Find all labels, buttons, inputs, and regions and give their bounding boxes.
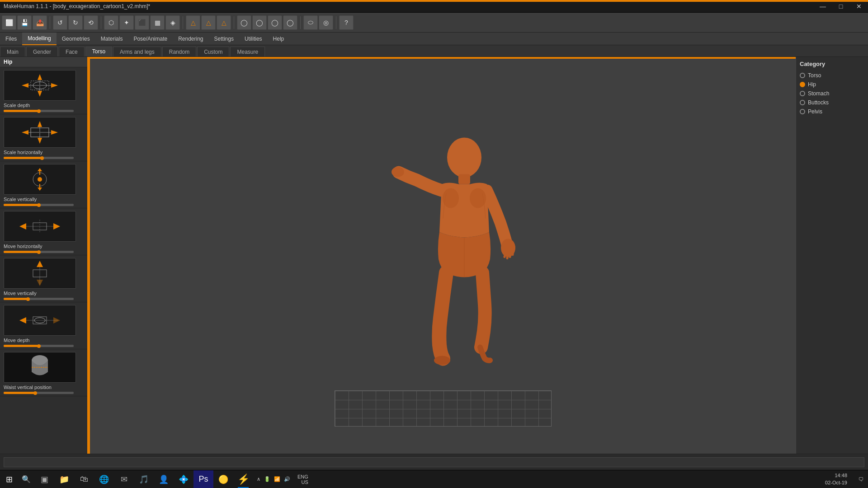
menu-utilities[interactable]: Utilities — [239, 33, 268, 45]
taskbar-spotify[interactable]: 🎵 — [134, 470, 154, 488]
icon-move-horiz — [13, 213, 67, 240]
menu-files[interactable]: Files — [0, 33, 22, 45]
modifier-move-vertically: Move vertically — [0, 255, 87, 302]
figure-container — [367, 124, 557, 387]
slider-move-vert[interactable] — [4, 298, 74, 300]
taskbar-chrome[interactable]: 🌐 — [94, 470, 114, 488]
tb-view2[interactable]: ◯ — [252, 15, 267, 30]
modifier-scale-depth: Scale depth — [0, 67, 87, 114]
sys-wifi: 📶 — [274, 476, 280, 482]
close-button[interactable]: ✕ — [850, 0, 868, 13]
status-input[interactable] — [4, 457, 864, 467]
tb-redo[interactable]: ↻ — [68, 15, 83, 30]
tb-grid[interactable]: ▦ — [150, 15, 165, 30]
tb-persp1[interactable]: △ — [186, 15, 200, 30]
slider-move-horiz[interactable] — [4, 251, 74, 253]
slider-scale-depth[interactable] — [4, 110, 74, 112]
sys-battery: 🔋 — [264, 476, 270, 482]
menu-rendering[interactable]: Rendering — [173, 33, 208, 45]
taskbar-lang: ENG US — [294, 474, 312, 485]
category-hip[interactable]: Hip — [800, 80, 864, 89]
tb-persp2[interactable]: △ — [201, 15, 216, 30]
tb-render[interactable]: ◎ — [319, 15, 333, 30]
menu-help[interactable]: Help — [268, 33, 290, 45]
modifier-label-move-horiz: Move horizontally — [4, 244, 84, 249]
toolbar-sep-4 — [234, 16, 234, 29]
modifier-label-scale-horiz: Scale horizontally — [4, 150, 84, 155]
sys-icons: ∧ — [257, 476, 260, 482]
menu-modelling[interactable]: Modelling — [22, 33, 56, 45]
tb-cam[interactable]: ⬭ — [303, 15, 318, 30]
tb-wireframe[interactable]: ⬡ — [104, 15, 118, 30]
taskbar-mail[interactable]: ✉ — [114, 470, 134, 488]
taskbar-app1[interactable]: 👤 — [154, 470, 174, 488]
tb-help[interactable]: ? — [339, 15, 354, 30]
tb-smooth[interactable]: ✦ — [119, 15, 134, 30]
radio-buttocks[interactable] — [800, 100, 805, 105]
tb-new[interactable]: ⬜ — [2, 15, 16, 30]
slider-scale-horiz[interactable] — [4, 157, 74, 159]
tb-save[interactable]: 💾 — [17, 15, 32, 30]
taskbar-clock[interactable]: 14:48 02-Oct-19 — [825, 472, 854, 486]
taskbar: ⊞ 🔍 ▣ 📁 🛍 🌐 ✉ 🎵 👤 💠 Ps 🟡 ⚡ ∧ 🔋 📶 🔊 ENG U… — [0, 470, 868, 488]
slider-scale-vert[interactable] — [4, 204, 74, 206]
tb-subdivide[interactable]: ⬛ — [135, 15, 149, 30]
tb-view3[interactable]: ◯ — [268, 15, 282, 30]
taskbar-store[interactable]: 🛍 — [74, 470, 94, 488]
label-torso: Torso — [808, 72, 821, 79]
viewport[interactable] — [90, 57, 796, 454]
notification-btn[interactable]: 🗨 — [854, 470, 868, 488]
category-buttocks[interactable]: Buttocks — [800, 98, 864, 107]
tab-torso[interactable]: Torso — [85, 47, 112, 56]
svg-marker-5 — [38, 91, 42, 97]
svg-marker-4 — [38, 74, 42, 80]
toolbar-sep-3 — [183, 16, 183, 29]
tb-view1[interactable]: ◯ — [237, 15, 251, 30]
window-title: MakeHuman 1.1.1 - [body_exxageration_car… — [0, 3, 150, 9]
search-button[interactable]: 🔍 — [18, 470, 34, 488]
modifier-label-scale-depth: Scale depth — [4, 103, 84, 108]
radio-torso[interactable] — [800, 73, 805, 78]
tab-main[interactable]: Main — [0, 47, 25, 56]
slider-waist-vert[interactable] — [4, 392, 74, 394]
label-stomach: Stomach — [808, 90, 829, 97]
taskbar-app2[interactable]: 💠 — [174, 470, 193, 488]
tb-checker[interactable]: ◈ — [165, 15, 180, 30]
category-pelvis[interactable]: Pelvis — [800, 107, 864, 116]
slider-move-depth[interactable] — [4, 345, 74, 347]
tab-random[interactable]: Random — [162, 47, 196, 56]
tab-arms-legs[interactable]: Arms and legs — [113, 47, 161, 56]
viewport-border-top — [90, 57, 796, 59]
svg-marker-3 — [51, 83, 58, 88]
menu-pose-animate[interactable]: Pose/Animate — [128, 33, 173, 45]
maximize-button[interactable]: □ — [832, 0, 850, 13]
tb-undo[interactable]: ↺ — [53, 15, 67, 30]
radio-pelvis[interactable] — [800, 109, 805, 114]
taskbar-makehuman[interactable]: ⚡ — [233, 470, 253, 488]
tb-view4[interactable]: ◯ — [283, 15, 297, 30]
radio-hip[interactable] — [800, 82, 805, 87]
taskbar-photoshop[interactable]: Ps — [193, 470, 213, 488]
menu-geometries[interactable]: Geometries — [57, 33, 95, 45]
taskbar-files[interactable]: 📁 — [54, 470, 74, 488]
svg-marker-19 — [38, 168, 42, 171]
menu-settings[interactable]: Settings — [209, 33, 239, 45]
taskbar-multiview[interactable]: ▣ — [34, 470, 54, 488]
svg-marker-2 — [22, 83, 28, 88]
svg-marker-20 — [38, 188, 42, 191]
tab-face[interactable]: Face — [59, 47, 85, 56]
category-stomach[interactable]: Stomach — [800, 89, 864, 98]
minimize-button[interactable]: — — [814, 0, 832, 13]
tb-reset[interactable]: ⟲ — [84, 15, 98, 30]
radio-stomach[interactable] — [800, 91, 805, 96]
tb-export[interactable]: 📤 — [33, 15, 47, 30]
tb-persp3[interactable]: △ — [217, 15, 231, 30]
menu-materials[interactable]: Materials — [95, 33, 128, 45]
start-button[interactable]: ⊞ — [0, 470, 18, 488]
tab-measure[interactable]: Measure — [230, 47, 265, 56]
label-buttocks: Buttocks — [808, 99, 829, 106]
tab-custom[interactable]: Custom — [197, 47, 229, 56]
tab-gender[interactable]: Gender — [26, 47, 58, 56]
category-torso[interactable]: Torso — [800, 71, 864, 80]
taskbar-app3[interactable]: 🟡 — [213, 470, 233, 488]
